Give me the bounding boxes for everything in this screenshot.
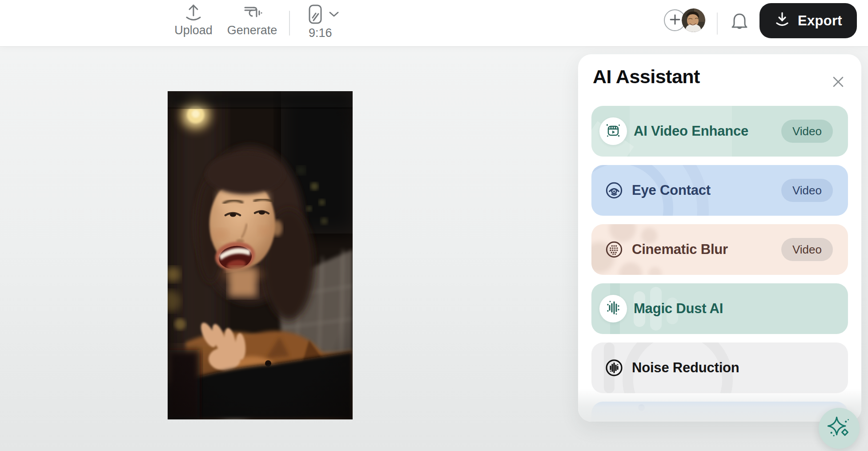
chevron-down-icon	[329, 11, 339, 17]
download-icon	[774, 11, 790, 31]
toolbar-divider	[717, 12, 718, 35]
sparkles-icon	[828, 416, 851, 441]
feature-card-list: AI Video Enhance Video Eye Contact	[591, 106, 848, 422]
icon-circle	[599, 295, 627, 322]
ai-assistant-fab[interactable]	[819, 408, 860, 449]
card-eye-contact[interactable]: Eye Contact Video	[591, 165, 848, 216]
generate-button[interactable]: Generate	[229, 4, 275, 36]
card-label: AI Video Enhance	[634, 123, 748, 139]
ai-video-enhance-icon	[604, 121, 622, 141]
card-label: Magic Dust AI	[634, 301, 723, 317]
export-label: Export	[798, 13, 842, 29]
card-label: Eye Contact	[632, 182, 711, 198]
toolbar-divider	[289, 11, 290, 36]
card-ai-video-enhance[interactable]: AI Video Enhance Video	[591, 106, 848, 157]
card-badge: Video	[781, 179, 833, 202]
upload-icon	[184, 4, 203, 22]
phone-portrait-icon	[308, 4, 323, 24]
plus-icon	[669, 14, 681, 27]
icon-circle	[599, 117, 627, 145]
card-deco	[638, 404, 645, 411]
upload-label: Upload	[174, 24, 213, 36]
card-label: Cinematic Blur	[632, 242, 728, 258]
close-icon	[831, 83, 845, 90]
panel-title: AI Assistant	[593, 66, 700, 88]
card-badge: Video	[781, 238, 833, 261]
card-deco	[648, 267, 662, 275]
user-avatar[interactable]	[682, 8, 705, 32]
close-panel-button[interactable]	[831, 75, 845, 89]
top-toolbar: Upload Generate	[0, 0, 868, 46]
cinematic-blur-icon	[603, 238, 625, 261]
aspect-ratio-label: 9:16	[308, 27, 332, 39]
card-label: Noise Reduction	[632, 360, 739, 376]
card-noise-reduction[interactable]: Noise Reduction	[591, 342, 848, 393]
card-partial[interactable]	[591, 402, 848, 422]
card-cinematic-blur[interactable]: Cinematic Blur Video	[591, 224, 848, 275]
export-button[interactable]: Export	[760, 3, 857, 38]
card-deco	[619, 262, 642, 275]
bell-icon	[731, 26, 748, 34]
app-stage: Upload Generate	[0, 0, 868, 451]
eye-contact-icon	[603, 179, 625, 201]
card-badge: Video	[781, 120, 833, 143]
card-magic-dust-ai[interactable]: Magic Dust AI	[591, 283, 848, 334]
video-preview[interactable]	[168, 91, 353, 419]
aspect-ratio-selector[interactable]: 9:16	[308, 4, 343, 39]
video-frame-art	[168, 91, 353, 419]
generate-icon	[242, 4, 262, 22]
generate-label: Generate	[227, 24, 277, 36]
noise-reduction-icon	[603, 357, 625, 379]
magic-dust-icon	[604, 299, 622, 318]
ai-assistant-panel: AI Assistant	[578, 54, 861, 422]
upload-button[interactable]: Upload	[175, 4, 212, 36]
notifications-button[interactable]	[731, 12, 748, 32]
